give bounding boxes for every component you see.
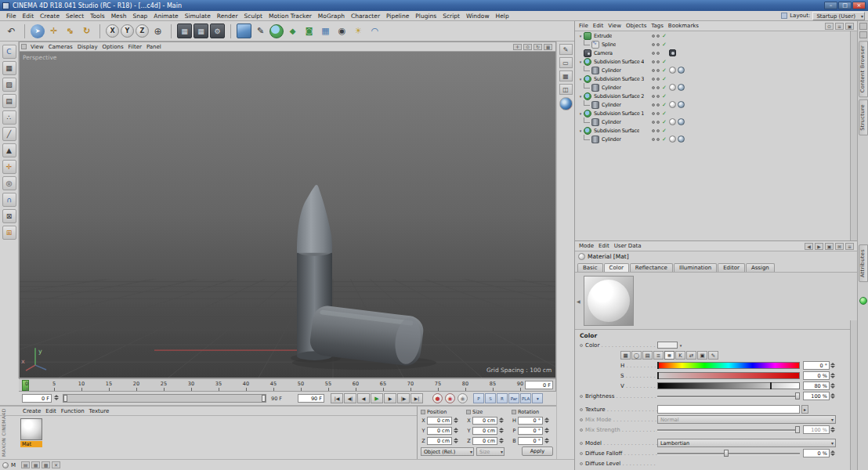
- grid-button[interactable]: ▦: [559, 70, 573, 81]
- coord-field-size-z[interactable]: 0 cm: [472, 437, 497, 445]
- mix-strength-handle[interactable]: [795, 426, 800, 433]
- expand-toggle[interactable]: ▾: [577, 128, 584, 133]
- tree-item-subdivision-surface[interactable]: ▾Subdivision Surface✓: [575, 126, 850, 135]
- film-button[interactable]: ▭: [559, 57, 573, 68]
- brightness-spinner[interactable]: [830, 393, 835, 399]
- interactive-workplane-button[interactable]: ⊞: [2, 226, 16, 240]
- document-end-field[interactable]: 90 F: [298, 394, 324, 403]
- history-forward-icon[interactable]: ▶: [815, 243, 823, 250]
- brightness-handle[interactable]: [795, 392, 800, 400]
- editor-visibility-dot[interactable]: [652, 69, 655, 72]
- hue-field[interactable]: 0 °: [803, 361, 830, 370]
- globe-button[interactable]: [559, 97, 573, 110]
- camera-toggle-icon[interactable]: [669, 49, 676, 56]
- menu-script[interactable]: Script: [439, 13, 463, 20]
- minimize-button[interactable]: –: [824, 2, 837, 9]
- render-visibility-dot[interactable]: [656, 129, 660, 132]
- coord-field-position-y[interactable]: 0 cm: [427, 427, 452, 435]
- menu-plugins[interactable]: Plugins: [412, 13, 439, 20]
- coord-field-size-y[interactable]: 0 cm: [472, 427, 497, 435]
- key-rotation-toggle[interactable]: R: [497, 393, 508, 403]
- close-button[interactable]: ×: [852, 2, 866, 9]
- add-sky-button[interactable]: ◠: [367, 24, 382, 38]
- menu-file[interactable]: File: [3, 13, 20, 20]
- am-menu-edit[interactable]: Edit: [596, 243, 612, 249]
- tree-item-cylinder[interactable]: Cylinder✓: [575, 66, 850, 74]
- mm-menu-texture[interactable]: Texture: [87, 408, 112, 414]
- coord-spinner[interactable]: [544, 418, 549, 423]
- preview-collapse-arrow[interactable]: [577, 298, 581, 304]
- viewport-menu-view[interactable]: View: [28, 44, 46, 50]
- keyframe-selection-button[interactable]: ◉: [458, 393, 468, 403]
- texture-field[interactable]: [657, 405, 800, 414]
- coord-field-rotation-b[interactable]: 0 °: [518, 437, 543, 445]
- maximize-button[interactable]: □: [838, 2, 852, 9]
- tree-item-cylinder[interactable]: Cylinder✓: [575, 118, 850, 126]
- om-lock-icon[interactable]: ▣: [845, 23, 854, 30]
- menu-edit[interactable]: Edit: [20, 13, 38, 20]
- menu-character[interactable]: Character: [348, 13, 383, 20]
- hue-marker[interactable]: [657, 362, 659, 369]
- viewport-menu-cameras[interactable]: Cameras: [46, 44, 75, 50]
- edges-mode-button[interactable]: ╱: [2, 127, 16, 141]
- polygons-mode-button[interactable]: ▲: [2, 143, 16, 157]
- history-back-icon[interactable]: ◀: [805, 243, 813, 250]
- saturation-spinner[interactable]: [830, 373, 835, 378]
- tree-item-subdivision-surface-1[interactable]: ▾Subdivision Surface 1✓: [575, 109, 850, 118]
- menu-select[interactable]: Select: [63, 13, 87, 20]
- mm-menu-edit[interactable]: Edit: [43, 408, 59, 414]
- mix-strength-slider[interactable]: [657, 426, 800, 433]
- timeline-frame-field[interactable]: 0 F: [525, 381, 553, 389]
- model-mode-button[interactable]: ▦: [2, 61, 16, 75]
- mix-strength-spinner[interactable]: [830, 427, 835, 432]
- status-grid-icon[interactable]: ▩: [42, 461, 50, 468]
- viewport-menu-display[interactable]: Display: [75, 44, 100, 50]
- material-name[interactable]: Mat: [20, 441, 42, 447]
- render-view-button[interactable]: ▦: [177, 24, 192, 38]
- rotate-button[interactable]: ↻: [79, 24, 94, 38]
- menu-motion-tracker[interactable]: Motion Tracker: [266, 13, 315, 20]
- add-array-button[interactable]: ◆: [285, 24, 300, 38]
- keyframe-dot[interactable]: [580, 418, 583, 421]
- value-slider[interactable]: [657, 382, 800, 389]
- range-end-handle[interactable]: [262, 395, 266, 402]
- spectrum-mode-icon[interactable]: ▤: [642, 351, 653, 360]
- enabled-check[interactable]: ✓: [661, 136, 667, 143]
- editor-visibility-dot[interactable]: [652, 129, 655, 132]
- am-menu-mode[interactable]: Mode: [577, 243, 596, 249]
- coord-spinner[interactable]: [544, 438, 549, 443]
- render-visibility-dot[interactable]: [656, 34, 660, 38]
- value-marker[interactable]: [770, 382, 772, 389]
- menu-snap[interactable]: Snap: [129, 13, 150, 20]
- editor-visibility-dot[interactable]: [652, 78, 655, 81]
- texture-tag-icon[interactable]: [669, 136, 676, 143]
- prev-key-button[interactable]: ◀|: [344, 393, 356, 403]
- am-lock-icon[interactable]: ⊠: [835, 243, 844, 250]
- goto-end-button[interactable]: ▶|: [410, 393, 423, 403]
- menu-create[interactable]: Create: [37, 13, 63, 20]
- om-menu-view[interactable]: View: [606, 23, 624, 29]
- value-field[interactable]: 80 %: [803, 381, 830, 390]
- make-editable-button[interactable]: C: [2, 45, 16, 59]
- texture-mode-button[interactable]: ▨: [2, 78, 16, 92]
- tree-item-cylinder[interactable]: Cylinder✓: [575, 83, 850, 92]
- add-spline-button[interactable]: ✎: [253, 24, 268, 38]
- render-visibility-dot[interactable]: [656, 138, 660, 141]
- coord-spinner[interactable]: [454, 438, 458, 443]
- coord-field-rotation-p[interactable]: 0 °: [518, 427, 543, 435]
- compact-mode-icon[interactable]: ▦: [620, 351, 631, 360]
- enable-axis-button[interactable]: ✛: [2, 160, 16, 174]
- coord-field-size-x[interactable]: 0 cm: [472, 417, 497, 425]
- color-picker-icon[interactable]: ✎: [708, 351, 718, 360]
- material-item[interactable]: Mat: [20, 418, 45, 447]
- render-visibility-dot[interactable]: [656, 103, 660, 107]
- tree-item-subdivision-surface-2[interactable]: ▾Subdivision Surface 2✓: [575, 92, 850, 100]
- menu-tools[interactable]: Tools: [87, 13, 107, 20]
- record-keyframe-button[interactable]: ●: [432, 393, 443, 403]
- tree-item-extrude[interactable]: ▾Extrude✓: [575, 31, 850, 40]
- mm-menu-function[interactable]: Function: [59, 408, 87, 414]
- editor-visibility-dot[interactable]: [652, 138, 655, 141]
- phong-tag-icon[interactable]: [678, 67, 685, 74]
- enabled-check[interactable]: ✓: [661, 67, 667, 74]
- hue-slider[interactable]: [657, 362, 800, 369]
